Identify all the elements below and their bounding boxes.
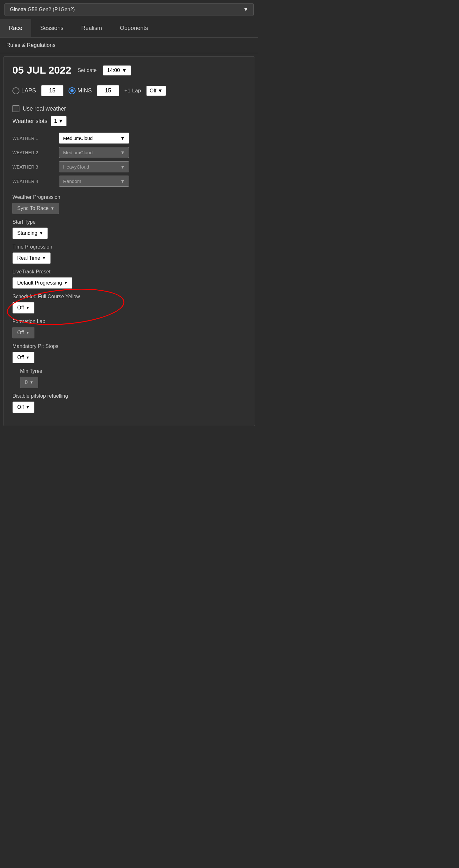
formation-lap-dropdown[interactable]: Off ▼ xyxy=(12,327,34,338)
tab-realism[interactable]: Realism xyxy=(72,19,111,37)
weather-progression-label: Weather Progression xyxy=(12,194,246,200)
tab-opponents[interactable]: Opponents xyxy=(111,19,157,37)
time-progression-value: Real Time xyxy=(17,255,40,261)
set-date-label: Set date xyxy=(78,67,97,73)
time-progression-chevron: ▼ xyxy=(42,256,46,260)
time-progression-section: Time Progression Real Time ▼ xyxy=(12,244,246,264)
car-selector[interactable]: Ginetta G58 Gen2 (P1Gen2) ▼ xyxy=(4,3,254,16)
weather-slots-label: Weather slots xyxy=(12,118,48,125)
use-real-weather-checkbox[interactable] xyxy=(12,105,20,112)
livetrack-dropdown[interactable]: Default Progressing ▼ xyxy=(12,277,72,289)
date-row: 05 JUL 2022 Set date 14:00 ▼ xyxy=(12,64,246,76)
livetrack-chevron: ▼ xyxy=(64,281,68,285)
weather-progression-section: Weather Progression Sync To Race ▼ xyxy=(12,194,246,214)
use-real-weather-row: Use real weather xyxy=(12,105,246,112)
min-tyres-label: Min Tyres xyxy=(20,368,246,374)
disable-refuelling-dropdown[interactable]: Off ▼ xyxy=(12,402,34,413)
tab-sessions[interactable]: Sessions xyxy=(31,19,72,37)
start-type-section: Start Type Standing ▼ xyxy=(12,219,246,239)
weather3-dropdown[interactable]: HeavyCloud ▼ xyxy=(59,161,129,173)
weather-section: Use real weather Weather slots 1 ▼ WEATH… xyxy=(12,105,246,187)
disable-refuelling-section: Disable pitstop refuelling Off ▼ xyxy=(12,393,246,413)
weather-slots-row: Weather slots 1 ▼ xyxy=(12,116,246,126)
main-panel: 05 JUL 2022 Set date 14:00 ▼ LAPS MINS +… xyxy=(3,56,255,426)
weather1-value: MediumCloud xyxy=(63,135,93,141)
livetrack-label: LiveTrack Preset xyxy=(12,269,246,275)
weather3-label: WEATHER 3 xyxy=(12,161,54,173)
subnav-label: Rules & Regulations xyxy=(6,42,56,48)
plus1lap-chevron: ▼ xyxy=(158,88,163,94)
weather2-dropdown[interactable]: MediumCloud ▼ xyxy=(59,147,129,158)
fcy-chevron: ▼ xyxy=(26,306,30,310)
weather-slots-value: 1 xyxy=(54,118,57,124)
weather2-label: WEATHER 2 xyxy=(12,147,54,158)
disable-refuelling-chevron: ▼ xyxy=(26,405,30,409)
formation-lap-chevron: ▼ xyxy=(26,331,30,335)
laps-radio-group: LAPS xyxy=(12,87,36,94)
weather2-value: MediumCloud xyxy=(63,150,93,155)
mandatory-pit-stops-value: Off xyxy=(17,355,24,361)
formation-lap-value: Off xyxy=(17,330,24,336)
livetrack-value: Default Progressing xyxy=(17,280,62,286)
weather4-chevron: ▼ xyxy=(120,179,125,184)
livetrack-section: LiveTrack Preset Default Progressing ▼ xyxy=(12,269,246,289)
subnav-rules[interactable]: Rules & Regulations xyxy=(0,38,258,53)
time-dropdown[interactable]: 14:00 ▼ xyxy=(103,65,131,75)
mandatory-pit-stops-chevron: ▼ xyxy=(26,355,30,360)
weather1-dropdown[interactable]: MediumCloud ▼ xyxy=(59,132,129,144)
tab-race[interactable]: Race xyxy=(0,19,31,37)
min-tyres-value: 0 xyxy=(25,379,28,385)
weather3-chevron: ▼ xyxy=(120,164,125,169)
fcy-label: Scheduled Full Course Yellow xyxy=(12,294,246,300)
start-type-value: Standing xyxy=(17,230,37,236)
weather-progression-chevron: ▼ xyxy=(50,206,54,211)
weather4-label: WEATHER 4 xyxy=(12,176,54,187)
use-real-weather-label: Use real weather xyxy=(23,105,66,112)
disable-refuelling-value: Off xyxy=(17,404,24,410)
fcy-value: Off xyxy=(17,305,24,311)
weather1-chevron: ▼ xyxy=(120,135,125,141)
time-chevron: ▼ xyxy=(122,67,127,73)
weather-progression-value: Sync To Race xyxy=(17,206,49,211)
weather3-value: HeavyCloud xyxy=(63,164,89,169)
formation-lap-section: Formation Lap Off ▼ xyxy=(12,319,246,338)
formation-lap-label: Formation Lap xyxy=(12,319,246,324)
weather-slots-dropdown[interactable]: 1 ▼ xyxy=(51,116,67,126)
laps-mins-row: LAPS MINS +1 Lap Off ▼ xyxy=(12,85,246,96)
weather4-dropdown[interactable]: Random ▼ xyxy=(59,176,129,187)
min-tyres-dropdown[interactable]: 0 ▼ xyxy=(20,377,38,388)
time-progression-label: Time Progression xyxy=(12,244,246,250)
fcy-dropdown[interactable]: Off ▼ xyxy=(12,302,34,314)
car-selector-chevron: ▼ xyxy=(243,7,248,12)
start-type-chevron: ▼ xyxy=(39,231,43,236)
start-type-label: Start Type xyxy=(12,219,246,225)
date-display: 05 JUL 2022 xyxy=(12,64,71,76)
car-selector-label: Ginetta G58 Gen2 (P1Gen2) xyxy=(10,7,75,12)
min-tyres-chevron: ▼ xyxy=(30,380,33,384)
weather-grid: WEATHER 1 MediumCloud ▼ WEATHER 2 Medium… xyxy=(12,132,246,187)
time-value: 14:00 xyxy=(107,67,120,73)
mandatory-pit-stops-label: Mandatory Pit Stops xyxy=(12,343,246,349)
tabs-row: Race Sessions Realism Opponents xyxy=(0,19,258,38)
weather4-value: Random xyxy=(63,179,81,184)
mandatory-pit-stops-dropdown[interactable]: Off ▼ xyxy=(12,352,34,363)
plus1lap-value: Off xyxy=(150,88,156,94)
mins-label: MINS xyxy=(78,87,92,94)
mandatory-pit-stops-section: Mandatory Pit Stops Off ▼ xyxy=(12,343,246,363)
time-progression-dropdown[interactable]: Real Time ▼ xyxy=(12,252,51,264)
plus1lap-label: +1 Lap xyxy=(124,88,141,94)
plus1lap-dropdown[interactable]: Off ▼ xyxy=(146,86,166,96)
weather1-label: WEATHER 1 xyxy=(12,132,54,144)
laps-input[interactable] xyxy=(41,85,63,96)
disable-refuelling-label: Disable pitstop refuelling xyxy=(12,393,246,399)
laps-radio[interactable] xyxy=(12,87,20,94)
fcy-section: Scheduled Full Course Yellow Off ▼ xyxy=(12,294,246,314)
min-tyres-section: Min Tyres 0 ▼ xyxy=(20,368,246,388)
weather-slots-chevron: ▼ xyxy=(58,118,63,124)
mins-radio[interactable] xyxy=(68,87,75,94)
start-type-dropdown[interactable]: Standing ▼ xyxy=(12,227,48,239)
mins-radio-group: MINS xyxy=(68,87,92,94)
laps-label: LAPS xyxy=(21,87,36,94)
weather-progression-dropdown[interactable]: Sync To Race ▼ xyxy=(12,203,59,214)
mins-input[interactable] xyxy=(97,85,119,96)
